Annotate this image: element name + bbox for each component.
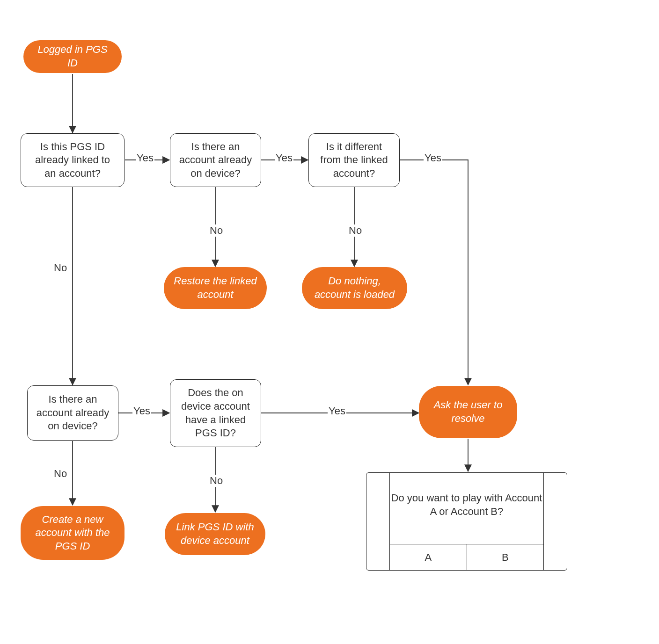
- edge-yes-1: Yes: [136, 152, 154, 164]
- action-ask-resolve-label: Ask the user to resolve: [427, 398, 509, 425]
- action-restore-label: Restore the linked account: [172, 275, 258, 301]
- start-node: Logged in PGS ID: [23, 40, 122, 73]
- dialog-option-a[interactable]: A: [390, 544, 467, 570]
- edge-no-4: No: [53, 468, 68, 480]
- decision-device-has-pgs-label: Does the on device account have a linked…: [179, 386, 252, 440]
- dialog-option-b[interactable]: B: [467, 544, 544, 570]
- edge-no-1: No: [209, 224, 224, 237]
- start-label: Logged in PGS ID: [32, 43, 113, 70]
- edge-yes-5: Yes: [328, 405, 346, 417]
- action-link-pgs-label: Link PGS ID with device account: [173, 521, 257, 547]
- edge-yes-3: Yes: [424, 152, 442, 164]
- action-do-nothing: Do nothing, account is loaded: [302, 267, 407, 309]
- decision-pgs-linked-label: Is this PGS ID already linked to an acco…: [29, 140, 116, 181]
- edge-no-5: No: [209, 475, 224, 487]
- decision-device-has-pgs: Does the on device account have a linked…: [170, 379, 261, 447]
- edge-no-2: No: [348, 224, 363, 237]
- decision-different-account-label: Is it different from the linked account?: [317, 140, 391, 181]
- decision-different-account: Is it different from the linked account?: [308, 133, 400, 187]
- dialog-option-b-label: B: [502, 551, 509, 564]
- dialog-buttons: A B: [390, 544, 543, 570]
- action-restore: Restore the linked account: [164, 267, 267, 309]
- action-link-pgs: Link PGS ID with device account: [165, 513, 265, 555]
- dialog-side-right: [543, 473, 567, 570]
- flowchart-canvas: Logged in PGS ID Is this PGS ID already …: [0, 0, 659, 644]
- edge-no-3: No: [53, 262, 68, 274]
- decision-pgs-linked: Is this PGS ID already linked to an acco…: [21, 133, 124, 187]
- edge-yes-2: Yes: [275, 152, 293, 164]
- dialog-side-left: [366, 473, 390, 570]
- decision-account-on-device-2-label: Is there an account already on device?: [36, 393, 110, 433]
- action-create-new: Create a new account with the PGS ID: [21, 506, 124, 560]
- decision-account-on-device-1-label: Is there an account already on device?: [179, 140, 252, 181]
- dialog-option-a-label: A: [425, 551, 432, 564]
- resolve-dialog: Do you want to play with Account A or Ac…: [366, 472, 567, 571]
- edge-yes-4: Yes: [132, 405, 151, 417]
- dialog-body: Do you want to play with Account A or Ac…: [390, 492, 543, 518]
- action-ask-resolve: Ask the user to resolve: [419, 386, 517, 438]
- action-do-nothing-label: Do nothing, account is loaded: [310, 275, 399, 301]
- dialog-prompt: Do you want to play with Account A or Ac…: [391, 492, 542, 517]
- decision-account-on-device-2: Is there an account already on device?: [27, 385, 118, 441]
- decision-account-on-device-1: Is there an account already on device?: [170, 133, 261, 187]
- action-create-new-label: Create a new account with the PGS ID: [29, 513, 116, 553]
